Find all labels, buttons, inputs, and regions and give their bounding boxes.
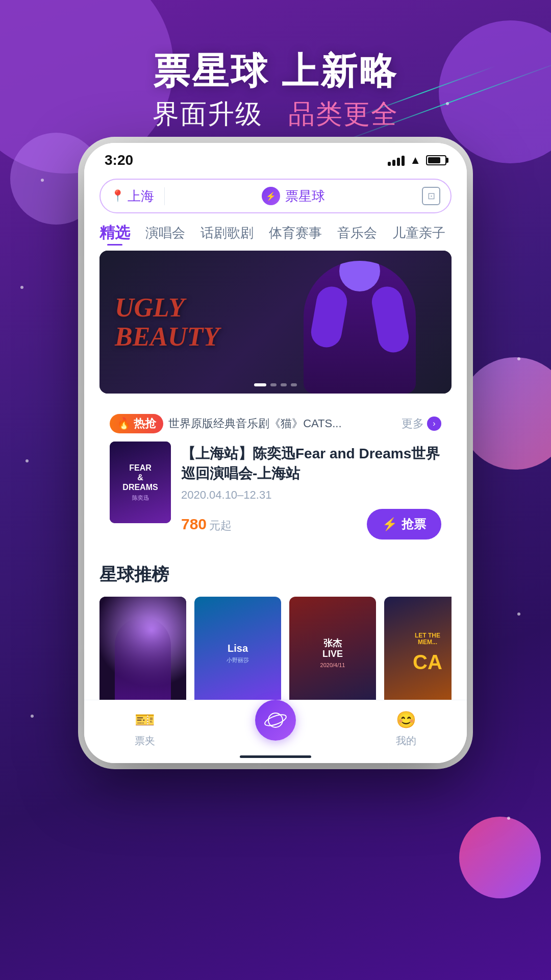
hot-price: 780 bbox=[181, 516, 207, 532]
location-pin-icon: 📍 bbox=[111, 189, 124, 203]
nav-tickets-label: 票夹 bbox=[135, 734, 155, 748]
banner-dot-3 bbox=[281, 383, 287, 386]
nav-profile-label: 我的 bbox=[396, 734, 416, 748]
buy-icon: ⚡ bbox=[382, 517, 397, 531]
hot-price-area: 780 元起 bbox=[181, 516, 232, 533]
bg-decoration-4 bbox=[459, 357, 551, 470]
banner-title-line2: BEAUTY bbox=[115, 322, 219, 351]
ranking-poster-3: 张杰LIVE 2020/4/11 bbox=[289, 597, 376, 709]
poster-text-2: Lisa bbox=[228, 642, 248, 654]
svg-point-1 bbox=[264, 713, 287, 728]
status-icons: ▲ bbox=[388, 154, 446, 167]
search-location[interactable]: 📍 上海 bbox=[111, 187, 165, 205]
star-1 bbox=[41, 179, 44, 182]
search-brand[interactable]: ⚡ 票星球 bbox=[165, 187, 422, 205]
cats-poster-content: LET THEMEM... CA bbox=[413, 632, 442, 674]
tab-sports[interactable]: 体育赛事 bbox=[269, 224, 322, 242]
banner-dot-4 bbox=[291, 383, 297, 386]
rankings-title: 星球推榜 bbox=[99, 563, 452, 586]
hot-item: FEAR&DREAMS 陈奕迅 【上海站】陈奕迅Fear and Dreams世… bbox=[110, 442, 441, 540]
planet-icon bbox=[264, 709, 287, 731]
poster-date-3: 2020/4/11 bbox=[320, 662, 345, 668]
tab-kids[interactable]: 儿童亲子 bbox=[392, 224, 445, 242]
scan-icon[interactable]: ⊡ bbox=[422, 187, 440, 205]
hot-title: 【上海站】陈奕迅Fear and Dreams世界巡回演唱会-上海站 bbox=[181, 444, 441, 483]
tab-music[interactable]: 音乐会 bbox=[337, 224, 377, 242]
nav-home-icon bbox=[255, 700, 296, 741]
banner-silhouette bbox=[304, 261, 416, 394]
brand-logo-icon: ⚡ bbox=[262, 187, 280, 205]
home-indicator bbox=[240, 755, 311, 758]
star-5 bbox=[31, 715, 34, 718]
cats-main-text: CA bbox=[413, 651, 442, 674]
star-4 bbox=[517, 357, 520, 360]
signal-bar-3 bbox=[397, 158, 400, 166]
tab-featured[interactable]: 精选 bbox=[99, 223, 130, 243]
hot-date: 2020.04.10–12.31 bbox=[181, 488, 441, 502]
search-bar[interactable]: 📍 上海 ⚡ 票星球 ⊡ bbox=[99, 179, 452, 213]
banner-dot-2 bbox=[270, 383, 277, 386]
banner-title-line1: UGLY bbox=[115, 293, 219, 322]
nav-item-tickets[interactable]: 🎫 票夹 bbox=[134, 708, 156, 748]
hot-badge: 🔥 热抢 bbox=[110, 414, 163, 433]
nav-tickets-icon: 🎫 bbox=[134, 708, 156, 731]
poster-art-4: LET THEMEM... CA bbox=[384, 597, 452, 709]
fire-icon: 🔥 bbox=[117, 417, 131, 430]
status-time: 3:20 bbox=[105, 152, 133, 168]
poster-art-2: Lisa 小野丽莎 bbox=[194, 597, 281, 709]
tab-drama[interactable]: 话剧歌剧 bbox=[201, 224, 254, 242]
location-text: 上海 bbox=[128, 187, 154, 205]
star-2 bbox=[20, 286, 23, 289]
hot-price-unit: 元起 bbox=[209, 519, 232, 532]
poster-text-3: 张杰LIVE bbox=[322, 638, 343, 660]
ranking-poster-1 bbox=[99, 597, 186, 709]
signal-bar-2 bbox=[392, 160, 395, 166]
hot-footer: 780 元起 ⚡ 抢票 bbox=[181, 509, 441, 540]
bottom-nav: 🎫 票夹 😊 我的 bbox=[84, 700, 467, 763]
signal-bar-1 bbox=[388, 162, 391, 166]
hot-more-label: 更多 bbox=[402, 416, 424, 431]
status-bar: 3:20 ▲ bbox=[84, 143, 467, 174]
brand-name: 票星球 bbox=[285, 187, 325, 205]
battery-fill bbox=[428, 157, 440, 163]
nav-profile-icon: 😊 bbox=[395, 708, 417, 731]
banner[interactable]: UGLY BEAUTY bbox=[99, 251, 452, 394]
poster-overlay: FEAR&DREAMS 陈奕迅 bbox=[110, 442, 171, 523]
banner-dot-1 bbox=[254, 383, 266, 386]
phone-body: 3:20 ▲ 📍 上海 ⚡ 票星球 bbox=[84, 143, 467, 763]
bg-decoration-5 bbox=[459, 817, 541, 898]
hot-more-button[interactable]: 更多 › bbox=[402, 416, 441, 431]
phone-mockup: 3:20 ▲ 📍 上海 ⚡ 票星球 bbox=[84, 143, 467, 763]
star-8 bbox=[517, 612, 520, 616]
banner-figure bbox=[288, 251, 431, 394]
buy-button[interactable]: ⚡ 抢票 bbox=[367, 509, 441, 540]
poster-subtext-2: 小野丽莎 bbox=[227, 656, 249, 664]
figure-hair-left bbox=[309, 284, 349, 350]
battery-icon bbox=[426, 155, 446, 165]
cats-let-text: LET THEMEM... bbox=[413, 632, 442, 646]
banner-title: UGLY BEAUTY bbox=[115, 293, 219, 351]
hero-subtitle-left: 界面升级 bbox=[153, 99, 263, 129]
more-arrow-icon: › bbox=[427, 416, 441, 431]
figure-1 bbox=[115, 617, 171, 709]
poster-art-3: 张杰LIVE 2020/4/11 bbox=[289, 597, 376, 709]
nav-item-home[interactable] bbox=[255, 715, 296, 741]
star-6 bbox=[507, 817, 510, 820]
signal-bar-4 bbox=[402, 156, 405, 166]
ranking-poster-4: LET THEMEM... CA bbox=[384, 597, 452, 709]
hero-subtitle: 界面升级 品类更全 bbox=[0, 96, 551, 132]
hot-badge-label: 热抢 bbox=[134, 417, 156, 430]
signal-bars-icon bbox=[388, 155, 405, 166]
hot-section: 🔥 热抢 世界原版经典音乐剧《猫》CATS... 更多 › FEAR&DREAM… bbox=[99, 404, 452, 550]
star-3 bbox=[26, 459, 29, 462]
hero-section: 票星球 上新略 界面升级 品类更全 bbox=[0, 51, 551, 132]
tab-concert[interactable]: 演唱会 bbox=[145, 224, 185, 242]
figure-hair-right bbox=[369, 284, 411, 355]
wifi-icon: ▲ bbox=[410, 154, 421, 167]
poster-title-cn: 陈奕迅 bbox=[132, 494, 149, 502]
hero-title: 票星球 上新略 bbox=[0, 51, 551, 91]
figure-head bbox=[339, 261, 380, 291]
nav-item-profile[interactable]: 😊 我的 bbox=[395, 708, 417, 748]
category-tabs: 精选 演唱会 话剧歌剧 体育赛事 音乐会 儿童亲子 bbox=[84, 213, 467, 251]
hot-subtitle: 世界原版经典音乐剧《猫》CATS... bbox=[168, 416, 396, 431]
